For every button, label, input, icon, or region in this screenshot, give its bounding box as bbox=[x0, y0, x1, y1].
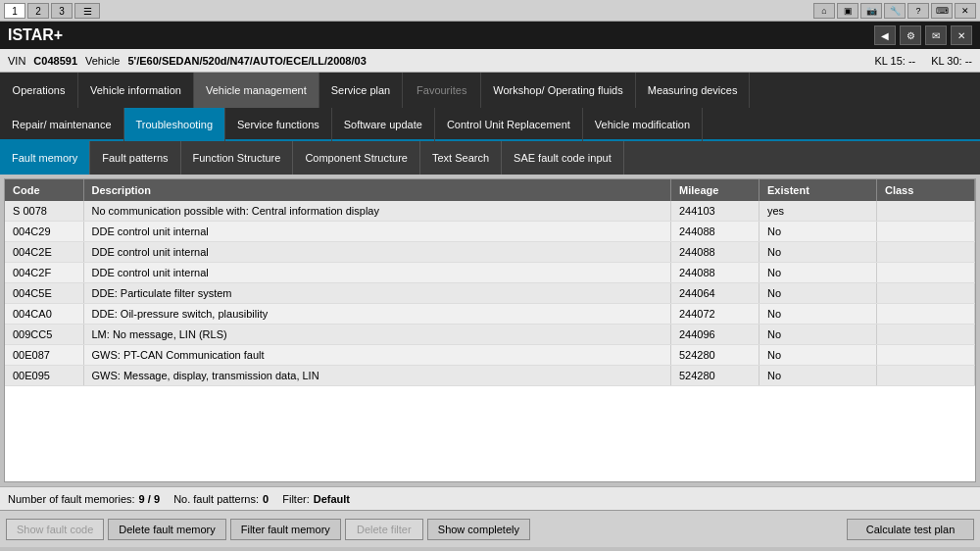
cell-mileage: 244072 bbox=[671, 304, 760, 325]
nav-fault-patterns[interactable]: Fault patterns bbox=[90, 141, 180, 175]
cell-code: 004CA0 bbox=[5, 304, 83, 325]
cell-description: DDE control unit internal bbox=[83, 242, 671, 263]
kl-info: KL 15: -- KL 30: -- bbox=[874, 55, 972, 67]
table-row[interactable]: 004CA0 DDE: Oil-pressure switch, plausib… bbox=[5, 304, 975, 325]
nav-repair-maintenance[interactable]: Repair/ maintenance bbox=[0, 108, 124, 141]
kl15-label: KL 15: -- bbox=[874, 55, 915, 67]
nav-sae-fault-code[interactable]: SAE fault code input bbox=[502, 141, 624, 175]
cell-mileage: 244088 bbox=[671, 222, 760, 242]
delete-fault-memory-button[interactable]: Delete fault memory bbox=[108, 519, 225, 540]
tab-1[interactable]: 1 bbox=[4, 3, 25, 19]
kl30-label: KL 30: -- bbox=[931, 55, 972, 67]
nav-vehicle-management[interactable]: Vehicle management bbox=[194, 73, 319, 108]
filter-fault-memory-button[interactable]: Filter fault memory bbox=[230, 519, 341, 540]
table-header-row: Code Description Mileage Existent Class bbox=[5, 179, 975, 201]
app-bar-icons: ◀ ⚙ ✉ ✕ bbox=[874, 25, 972, 45]
nav-vehicle-modification[interactable]: Vehicle modification bbox=[583, 108, 703, 141]
nav-software-update[interactable]: Software update bbox=[332, 108, 435, 141]
nav-vehicle-information[interactable]: Vehicle information bbox=[78, 73, 194, 108]
calculate-test-plan-button[interactable]: Calculate test plan bbox=[847, 519, 974, 540]
nav-control-unit-replacement[interactable]: Control Unit Replacement bbox=[435, 108, 583, 141]
tab-3[interactable]: 3 bbox=[51, 3, 73, 19]
cell-class bbox=[877, 222, 975, 242]
table-row[interactable]: 004C29 DDE control unit internal 244088 … bbox=[5, 222, 975, 242]
nav-row2: Repair/ maintenance Troubleshooting Serv… bbox=[0, 108, 980, 141]
nav-workshop-operating[interactable]: Workshop/ Operating fluids bbox=[481, 73, 635, 108]
app-close-icon[interactable]: ✕ bbox=[951, 25, 972, 45]
table-row[interactable]: 004C2F DDE control unit internal 244088 … bbox=[5, 263, 975, 283]
fault-table: Code Description Mileage Existent Class … bbox=[5, 179, 975, 386]
nav-row3: Fault memory Fault patterns Function Str… bbox=[0, 141, 980, 175]
fault-table-body: S 0078 No communication possible with: C… bbox=[5, 201, 975, 386]
email-icon[interactable]: ✉ bbox=[925, 25, 947, 45]
cell-code: 00E087 bbox=[5, 345, 83, 366]
cell-class bbox=[877, 201, 975, 222]
camera-icon[interactable]: 📷 bbox=[860, 3, 882, 19]
nav-operations[interactable]: Operations bbox=[0, 73, 78, 108]
table-row[interactable]: 004C5E DDE: Particulate filter system 24… bbox=[5, 283, 975, 304]
cell-existent: No bbox=[760, 345, 877, 366]
nav-component-structure[interactable]: Component Structure bbox=[293, 141, 420, 175]
nav-function-structure[interactable]: Function Structure bbox=[181, 141, 294, 175]
cell-description: DDE control unit internal bbox=[83, 222, 671, 242]
fault-patterns-value: 0 bbox=[263, 493, 269, 505]
tab-list[interactable]: ☰ bbox=[74, 3, 100, 19]
keyboard-icon[interactable]: ⌨ bbox=[931, 3, 953, 19]
vin-info: VIN C048591 Vehicle 5'/E60/SEDAN/520d/N4… bbox=[8, 55, 367, 67]
nav-favourites[interactable]: Favourites bbox=[403, 73, 481, 108]
cell-description: No communication possible with: Central … bbox=[83, 201, 671, 222]
cell-class bbox=[877, 304, 975, 325]
home-icon[interactable]: ⌂ bbox=[813, 3, 835, 19]
cell-mileage: 244103 bbox=[671, 201, 760, 222]
cell-code: S 0078 bbox=[5, 201, 83, 222]
show-completely-button[interactable]: Show completely bbox=[427, 519, 530, 540]
table-row[interactable]: 00E095 GWS: Message, display, transmissi… bbox=[5, 366, 975, 386]
cell-code: 004C2F bbox=[5, 263, 83, 283]
cell-description: DDE: Particulate filter system bbox=[83, 283, 671, 304]
fault-patterns-label: No. fault patterns: bbox=[173, 493, 259, 505]
cell-code: 009CC5 bbox=[5, 325, 83, 345]
show-fault-code-button[interactable]: Show fault code bbox=[6, 519, 104, 540]
cell-existent: No bbox=[760, 366, 877, 386]
cell-existent: No bbox=[760, 283, 877, 304]
filter-label: Filter: bbox=[282, 493, 310, 505]
table-row[interactable]: S 0078 No communication possible with: C… bbox=[5, 201, 975, 222]
help-icon[interactable]: ? bbox=[907, 3, 929, 19]
cell-mileage: 244088 bbox=[671, 263, 760, 283]
monitor-icon[interactable]: ▣ bbox=[837, 3, 858, 19]
cell-class bbox=[877, 345, 975, 366]
tab-2[interactable]: 2 bbox=[27, 3, 49, 19]
fault-table-area: Code Description Mileage Existent Class … bbox=[4, 178, 976, 482]
nav-text-search[interactable]: Text Search bbox=[420, 141, 502, 175]
nav-row1: Operations Vehicle information Vehicle m… bbox=[0, 73, 980, 108]
cell-class bbox=[877, 366, 975, 386]
title-bar-tabs: 1 2 3 ☰ bbox=[4, 3, 100, 19]
cell-code: 00E095 bbox=[5, 366, 83, 386]
nav-troubleshooting[interactable]: Troubleshooting bbox=[124, 108, 225, 141]
title-bar-icons: ⌂ ▣ 📷 🔧 ? ⌨ ✕ bbox=[813, 3, 976, 19]
nav-measuring-devices[interactable]: Measuring devices bbox=[636, 73, 751, 108]
cell-code: 004C2E bbox=[5, 242, 83, 263]
col-header-code: Code bbox=[5, 179, 83, 201]
table-row[interactable]: 00E087 GWS: PT-CAN Communication fault 5… bbox=[5, 345, 975, 366]
vin-label: VIN bbox=[8, 55, 25, 67]
wrench-icon[interactable]: 🔧 bbox=[884, 3, 906, 19]
close-icon[interactable]: ✕ bbox=[955, 3, 976, 19]
table-row[interactable]: 004C2E DDE control unit internal 244088 … bbox=[5, 242, 975, 263]
cell-existent: yes bbox=[760, 201, 877, 222]
cell-mileage: 244064 bbox=[671, 283, 760, 304]
nav-service-plan[interactable]: Service plan bbox=[319, 73, 404, 108]
cell-description: DDE: Oil-pressure switch, plausibility bbox=[83, 304, 671, 325]
col-header-existent: Existent bbox=[760, 179, 877, 201]
cell-mileage: 524280 bbox=[671, 366, 760, 386]
nav-service-functions[interactable]: Service functions bbox=[225, 108, 332, 141]
gear-icon[interactable]: ⚙ bbox=[900, 25, 921, 45]
nav-fault-memory[interactable]: Fault memory bbox=[0, 141, 90, 175]
delete-filter-button[interactable]: Delete filter bbox=[345, 519, 423, 540]
cell-mileage: 244088 bbox=[671, 242, 760, 263]
status-bar: Number of fault memories: 9 / 9 No. faul… bbox=[0, 486, 980, 510]
table-row[interactable]: 009CC5 LM: No message, LIN (RLS) 244096 … bbox=[5, 325, 975, 345]
back-icon[interactable]: ◀ bbox=[874, 25, 896, 45]
col-header-mileage: Mileage bbox=[671, 179, 760, 201]
cell-class bbox=[877, 242, 975, 263]
